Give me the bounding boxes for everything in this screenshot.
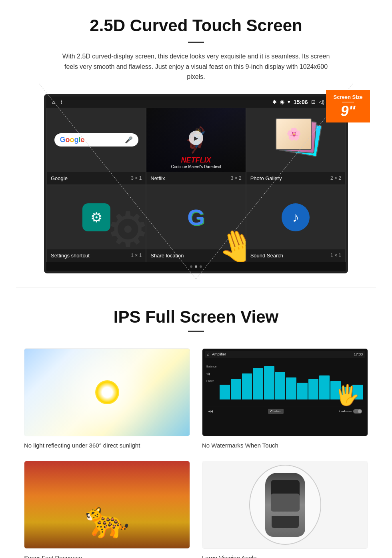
badge-title: Screen Size (329, 94, 367, 100)
amp-home-icon: ⌂ (207, 352, 210, 357)
sunlight-caption: No light reflecting under 360° direct su… (24, 442, 190, 449)
speaker-icon: ◁) (206, 372, 216, 375)
status-time: 15:06 (294, 99, 308, 105)
maps-g-icon: G (187, 204, 205, 230)
feature-grid: No light reflecting under 360° direct su… (24, 348, 368, 558)
status-bar-left: ⌂ ⌇ (52, 99, 62, 105)
amp-bars-container: 🖐️ (219, 361, 364, 405)
google-app-label: Google 3 × 1 (47, 172, 146, 185)
google-app-cell[interactable]: Google 🎤 Google 3 × 1 (46, 108, 146, 185)
google-mic-icon[interactable]: 🎤 (125, 136, 133, 144)
feature-viewing-angle: Large Viewing Angle (202, 461, 368, 558)
usb-icon: ⌇ (60, 99, 62, 105)
status-bar: ⌂ ⌇ ✱ ◉ ▾ 15:06 ⊡ ◁) ⊠ ▭ (46, 96, 346, 108)
share-location-app-cell[interactable]: G 🤚 Share location 1 × 1 (146, 185, 246, 262)
watermarks-caption: No Watermarks When Touch (202, 442, 368, 449)
car-visual (202, 461, 368, 548)
badge-divider (342, 102, 354, 102)
amp-side-labels: Balance ◁) Fader (206, 361, 216, 382)
netflix-app-size: 3 × 2 (231, 175, 242, 181)
sound-search-app-name: Sound Search (250, 253, 283, 259)
feature-watermarks: ⌂ Amplifier 17:33 Balance ◁) Fader (202, 348, 368, 449)
dots-indicator (46, 262, 346, 271)
settings-app-name: Settings shortcut (51, 253, 90, 259)
feature-fast-response: 🐆 Super Fast Response (24, 461, 190, 558)
car-oval (249, 465, 321, 545)
amp-loudness-control: loudness (339, 409, 362, 413)
balance-label: Balance (206, 365, 216, 368)
fast-response-caption: Super Fast Response (24, 554, 190, 558)
amp-title: Amplifier (212, 352, 226, 356)
section1-divider (188, 42, 204, 43)
page: 2.5D Curved Touch Screen With 2.5D curve… (0, 0, 392, 558)
sound-icon-bg: ♪ (282, 203, 310, 231)
cheetah-image: 🐆 (24, 461, 190, 549)
car-rear-window (272, 516, 299, 528)
dot-2-active[interactable] (195, 265, 197, 268)
car-roof (271, 494, 300, 512)
sound-search-app-cell[interactable]: ♪ Sound Search 1 × 1 (246, 185, 346, 262)
share-location-app-name: Share location (150, 253, 184, 259)
car-top-view (265, 473, 305, 537)
google-app-size: 3 × 1 (131, 175, 142, 181)
camera-icon: ⊡ (311, 99, 316, 105)
google-cell-inner: Google 🎤 (47, 108, 146, 172)
fader-label: Fader (206, 379, 216, 382)
feature-sunlight: No light reflecting under 360° direct su… (24, 348, 190, 449)
badge-size: 9" (329, 104, 367, 118)
section2-divider (188, 331, 204, 332)
netflix-cell-inner: 🦸 NETFLIX Continue Marvel's Daredevil (146, 108, 245, 172)
google-app-name: Google (51, 175, 68, 181)
section-ips-screen: IPS Full Screen View No light reflecting… (0, 287, 392, 558)
netflix-subtitle: Continue Marvel's Daredevil (150, 165, 241, 169)
cheetah-visual: 🐆 (24, 461, 190, 548)
location-icon: ◉ (280, 99, 284, 105)
section2-title: IPS Full Screen View (24, 307, 368, 327)
netflix-overlay: NETFLIX Continue Marvel's Daredevil (146, 153, 245, 172)
app-grid-row1: Google 🎤 Google 3 × 1 (46, 108, 346, 185)
amp-custom-button[interactable]: Custom (268, 409, 284, 414)
sound-cell-inner: ♪ (246, 185, 345, 249)
google-logo: Google (60, 136, 85, 144)
section-curved-screen: 2.5D Curved Touch Screen With 2.5D curve… (0, 0, 392, 287)
home-icon[interactable]: ⌂ (52, 99, 55, 105)
sound-search-app-label: Sound Search 1 × 1 (246, 249, 345, 262)
netflix-play-button[interactable] (189, 130, 203, 145)
amplifier-screen: ⌂ Amplifier 17:33 Balance ◁) Fader (202, 349, 368, 436)
amp-footer: ◀◀ Custom loudness (205, 407, 365, 415)
netflix-app-cell[interactable]: 🦸 NETFLIX Continue Marvel's Daredevil Ne… (146, 108, 246, 185)
flower-icon: 🌸 (286, 127, 301, 141)
wifi-icon: ▾ (288, 99, 290, 105)
bluetooth-icon: ✱ (272, 99, 277, 105)
sunlight-visual (24, 349, 190, 436)
sunlight-image (24, 348, 190, 436)
photo-card-3: 🌸 (276, 118, 312, 150)
sun-glow (95, 380, 119, 404)
volume-icon: ◁) (319, 99, 324, 105)
screen-size-badge: Screen Size 9" (326, 90, 370, 122)
amp-time: 17:33 (354, 352, 363, 356)
sunlight-bg (24, 349, 190, 436)
amp-content: Balance ◁) Fader (205, 359, 365, 407)
netflix-app-name: Netflix (150, 175, 165, 181)
settings-cell-inner: ⚙ ⚙ (47, 185, 146, 249)
photo-gallery-app-name: Photo Gallery (250, 175, 282, 181)
amp-loudness-toggle[interactable] (353, 409, 362, 413)
viewing-angle-caption: Large Viewing Angle (202, 554, 368, 558)
amp-header: ⌂ Amplifier 17:33 (205, 351, 365, 358)
settings-app-cell[interactable]: ⚙ ⚙ Settings shortcut 1 × 1 (46, 185, 146, 262)
netflix-app-label: Netflix 3 × 2 (146, 172, 245, 185)
device-mockup: Screen Size 9" ⌂ ⌇ ✱ ◉ ▾ (44, 94, 348, 273)
gear-icon: ⚙ (90, 209, 102, 225)
sound-search-app-size: 1 × 1 (330, 253, 341, 258)
photo-gallery-app-label: Photo Gallery 2 × 2 (246, 172, 345, 185)
amplifier-image: ⌂ Amplifier 17:33 Balance ◁) Fader (202, 348, 368, 436)
dot-1[interactable] (190, 265, 192, 268)
google-search-bar[interactable]: Google 🎤 (54, 133, 138, 147)
device-screen: ⌂ ⌇ ✱ ◉ ▾ 15:06 ⊡ ◁) ⊠ ▭ (44, 94, 348, 273)
amp-hand-icon: 🖐️ (219, 385, 360, 405)
car-image (202, 461, 368, 549)
amp-nav-arrows[interactable]: ◀◀ (208, 409, 213, 413)
section1-title: 2.5D Curved Touch Screen (24, 16, 368, 35)
dot-3[interactable] (200, 265, 202, 268)
